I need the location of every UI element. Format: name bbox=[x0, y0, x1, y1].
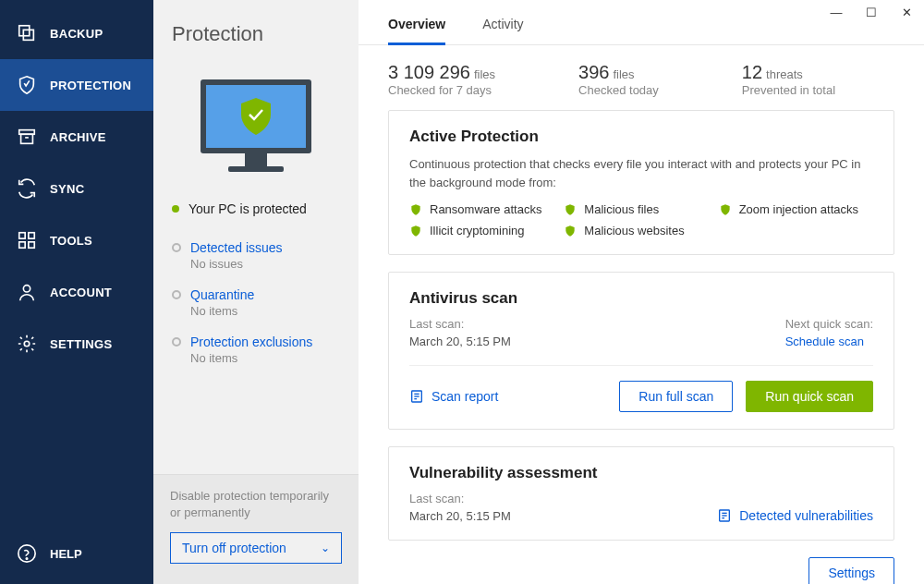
nav-backup[interactable]: BACKUP bbox=[0, 7, 153, 59]
turn-off-dropdown[interactable]: Turn off protection ⌄ bbox=[170, 532, 342, 564]
status-dot-icon bbox=[172, 205, 179, 213]
report-icon bbox=[717, 508, 732, 523]
main-content: ― ☐ ✕ Overview Activity 3 109 296files C… bbox=[359, 0, 924, 584]
feature-item: Illicit cryptomining bbox=[409, 224, 564, 237]
hollow-dot-icon bbox=[172, 337, 181, 347]
svg-point-10 bbox=[24, 341, 30, 347]
svg-rect-8 bbox=[29, 242, 34, 248]
card-title: Vulnerability assessment bbox=[409, 464, 873, 482]
antivirus-card: Antivirus scan Last scan: March 20, 5:15… bbox=[388, 272, 894, 430]
detected-issues-link[interactable]: Detected issues bbox=[172, 240, 340, 255]
detected-vuln-link[interactable]: Detected vulnerabilities bbox=[717, 508, 873, 523]
sidebar: BACKUP PROTECTION ARCHIVE SYNC bbox=[0, 0, 153, 584]
stat-threats: 12threats Prevented in total bbox=[742, 62, 835, 97]
nav-label: BACKUP bbox=[50, 27, 103, 41]
shield-icon bbox=[409, 225, 422, 237]
shield-icon bbox=[719, 203, 732, 216]
window-controls: ― ☐ ✕ bbox=[828, 6, 915, 19]
status-text: Your PC is protected bbox=[188, 201, 307, 216]
exclusions-link[interactable]: Protection exclusions bbox=[172, 335, 340, 349]
feature-grid: Ransomware attacks Malicious files Zoom … bbox=[409, 202, 873, 237]
nav-label: PROTECTION bbox=[50, 79, 131, 92]
feature-item: Zoom injection attacks bbox=[719, 202, 873, 216]
account-icon bbox=[17, 282, 37, 302]
nav-label: ARCHIVE bbox=[50, 130, 106, 144]
nav-settings[interactable]: SETTINGS bbox=[0, 318, 153, 370]
settings-button[interactable]: Settings bbox=[808, 557, 894, 584]
nav-tools[interactable]: TOOLS bbox=[0, 214, 153, 266]
svg-point-9 bbox=[23, 286, 30, 292]
tab-activity[interactable]: Activity bbox=[482, 17, 523, 44]
tab-overview[interactable]: Overview bbox=[388, 17, 445, 44]
shield-icon bbox=[564, 225, 577, 237]
card-title: Active Protection bbox=[409, 128, 873, 146]
next-scan: Next quick scan: Schedule scan bbox=[785, 317, 873, 348]
protection-panel: Protection Your PC is protected Detected… bbox=[153, 0, 359, 584]
card-desc: Continuous protection that checks every … bbox=[409, 155, 873, 191]
run-quick-scan-button[interactable]: Run quick scan bbox=[746, 381, 873, 412]
svg-rect-0 bbox=[19, 26, 30, 36]
quarantine-sub: No items bbox=[190, 304, 340, 318]
schedule-scan-link[interactable]: Schedule scan bbox=[785, 335, 873, 348]
exclusions-sub: No items bbox=[190, 351, 340, 365]
nav-label: ACCOUNT bbox=[50, 286, 112, 299]
svg-rect-15 bbox=[245, 153, 267, 166]
nav-sync[interactable]: SYNC bbox=[0, 163, 153, 214]
card-title: Antivirus scan bbox=[409, 289, 873, 308]
detected-issues-sub: No issues bbox=[190, 257, 340, 271]
run-full-scan-button[interactable]: Run full scan bbox=[619, 381, 733, 412]
svg-rect-16 bbox=[228, 166, 284, 172]
shield-icon bbox=[564, 203, 577, 216]
feature-item: Malicious websites bbox=[564, 224, 718, 237]
vuln-last-scan: Last scan: March 20, 5:15 PM bbox=[409, 492, 511, 523]
nav-account[interactable]: ACCOUNT bbox=[0, 266, 153, 318]
svg-rect-7 bbox=[19, 242, 25, 248]
hollow-dot-icon bbox=[172, 290, 181, 299]
sync-icon bbox=[17, 178, 37, 199]
stats-row: 3 109 296files Checked for 7 days 396fil… bbox=[359, 45, 924, 110]
report-icon bbox=[409, 389, 424, 404]
nav-help[interactable]: HELP bbox=[0, 523, 153, 584]
chevron-down-icon: ⌄ bbox=[321, 541, 330, 554]
backup-icon bbox=[17, 23, 37, 43]
feature-item: Malicious files bbox=[564, 202, 718, 216]
nav-label: HELP bbox=[50, 547, 82, 561]
shield-icon bbox=[409, 203, 422, 216]
panel-title: Protection bbox=[153, 9, 359, 55]
feature-item: Ransomware attacks bbox=[409, 202, 564, 216]
hollow-dot-icon bbox=[172, 243, 181, 252]
gear-icon bbox=[17, 334, 37, 354]
vulnerability-card: Vulnerability assessment Last scan: Marc… bbox=[388, 446, 894, 541]
svg-rect-5 bbox=[19, 233, 25, 238]
shield-icon bbox=[17, 75, 37, 95]
minimize-button[interactable]: ― bbox=[828, 6, 845, 19]
stat-today-files: 396files Checked today bbox=[578, 62, 659, 97]
nav-label: SETTINGS bbox=[50, 337, 112, 351]
svg-point-12 bbox=[26, 558, 27, 559]
nav-protection[interactable]: PROTECTION bbox=[0, 59, 153, 111]
svg-rect-3 bbox=[21, 134, 33, 143]
active-protection-card: Active Protection Continuous protection … bbox=[388, 110, 894, 255]
archive-icon bbox=[17, 127, 37, 147]
protection-status: Your PC is protected bbox=[153, 192, 359, 235]
monitor-illustration bbox=[153, 55, 359, 192]
quarantine-link[interactable]: Quarantine bbox=[172, 287, 340, 302]
nav-label: TOOLS bbox=[50, 234, 92, 248]
tools-icon bbox=[17, 230, 37, 250]
stat-total-files: 3 109 296files Checked for 7 days bbox=[388, 62, 495, 97]
disable-text: Disable protection temporarily or perman… bbox=[170, 488, 342, 521]
svg-rect-6 bbox=[29, 233, 34, 238]
nav-archive[interactable]: ARCHIVE bbox=[0, 111, 153, 163]
help-icon bbox=[17, 543, 37, 564]
close-button[interactable]: ✕ bbox=[898, 6, 915, 19]
scan-report-link[interactable]: Scan report bbox=[409, 389, 498, 404]
svg-rect-1 bbox=[23, 30, 33, 40]
maximize-button[interactable]: ☐ bbox=[863, 6, 880, 19]
dropdown-label: Turn off protection bbox=[182, 541, 286, 555]
nav-label: SYNC bbox=[50, 182, 84, 196]
last-scan: Last scan: March 20, 5:15 PM bbox=[409, 317, 511, 348]
